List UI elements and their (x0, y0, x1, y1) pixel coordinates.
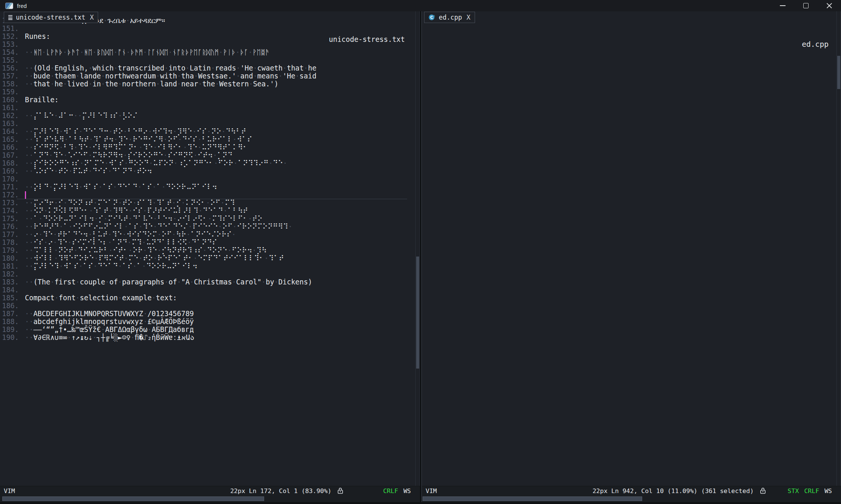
code-line[interactable]: 174.··⠪⠝·⠅⠝⠪⠇⠫⠛⠑⠂·⠱⠁⠞·⠹⠻⠑·⠊⠎·⠏⠜⠞⠊⠊⠥⠇⠜⠇⠹·… (0, 207, 415, 215)
code-text: ··abcdefghijklmnopqrstuvwxyz·£©µÀÆÖÞßéöÿ (25, 318, 194, 326)
tab-label: ed.cpp (439, 14, 462, 21)
code-line[interactable]: 183.··(The·first·couple·of·paragraphs·of… (0, 278, 415, 286)
vertical-scroll-thumb[interactable] (416, 257, 419, 369)
code-line[interactable]: 180.··⠺⠊⠇⠇·⠹⠻⠑⠋⠕⠗⠑·⠏⠻⠍⠊⠞·⠍⠑·⠞⠕·⠗⠑⠏⠑⠁⠞⠂·⠑… (0, 254, 415, 262)
code-line[interactable]: 188.··abcdefghijklmnopqrstuvwxyz·£©µÀÆÖÞ… (0, 318, 415, 326)
code-line[interactable]: 154.··ᚻᛖ·ᚳᚹᚫᚦ·ᚦᚫᛏ·ᚻᛖ·ᛒᚢᛞᛖ·ᚩᚾ·ᚦᚫᛗ·ᛚᚪᚾᛞᛖ·ᚾ… (0, 48, 415, 56)
minimize-icon (780, 5, 786, 6)
code-line[interactable]: 169.··⠡⠕⠎⠑·⠞⠕·⠏⠥⠞·⠙⠊⠎·⠙⠁⠝⠙·⠞⠕⠲ (0, 167, 415, 175)
code-line[interactable]: 166.··⠎⠊⠛⠝⠫·⠃⠹·⠹⠑·⠊⠇⠻⠛⠹⠍⠁⠝⠂·⠹⠑·⠊⠇⠻⠊⠂·⠹⠑·… (0, 143, 415, 151)
line-number: 178. (0, 238, 19, 246)
code-text: ··⠁⠝⠙·⠹⠑·⠡⠊⠑⠋·⠍⠳⠗⠝⠻⠲·⡎⠊⠗⠕⠕⠛⠑·⠎⠊⠛⠝⠫·⠊⠞⠲·⡁… (25, 151, 232, 159)
code-text: ··⡍⠜⠇⠑⠹·⠺⠁⠎·⠁⠎·⠙⠑⠁⠙·⠁⠎·⠁·⠙⠕⠕⠗⠤⠝⠁⠊⠇⠲ (25, 262, 197, 270)
line-number: 160. (0, 96, 19, 104)
code-line[interactable]: 173.··⡍⠔⠙⠖·⡊·⠙⠕⠝⠰⠞·⠍⠑⠁⠝·⠞⠕·⠎⠁⠹·⠹⠁⠞·⡊·⠅⠝⠪… (0, 199, 415, 207)
code-line[interactable]: 160.Braille: (0, 96, 415, 104)
status-mode: VIM (426, 487, 437, 495)
tab-unicode-stress-txt[interactable]: unicode-stress.txt X (4, 12, 98, 23)
tab-close-icon[interactable]: X (466, 14, 470, 21)
code-line[interactable]: 155. (0, 56, 415, 64)
lock-icon[interactable] (760, 487, 766, 494)
code-line[interactable]: 159. (0, 88, 415, 96)
code-line[interactable]: 165.··⠱⠁⠞⠑⠧⠻·⠁⠃⠳⠞·⠹⠁⠞⠲·⡹⠑·⠗⠑⠛⠊⠌⠻·⠕⠋·⠙⠊⠎·… (0, 135, 415, 143)
line-number: 154. (0, 48, 19, 56)
code-text: ··that·he·lived·in·the·northern·land·nea… (25, 80, 278, 88)
code-text: ··⠺⠊⠇⠇·⠹⠻⠑⠋⠕⠗⠑·⠏⠻⠍⠊⠞·⠍⠑·⠞⠕·⠗⠑⠏⠑⠁⠞⠂·⠑⠍⠏⠙⠁… (25, 254, 284, 262)
app-icon (5, 3, 13, 9)
horizontal-scrollbar[interactable] (0, 495, 420, 502)
vertical-scrollbar[interactable] (415, 11, 420, 486)
maximize-button[interactable] (794, 0, 818, 11)
line-number: 153. (0, 40, 19, 48)
line-number: 175. (0, 215, 19, 223)
code-text: ··–—‘“”„†•…‰™œŠŸž€·ΑΒΓΔΩαβγδω·АБВГДабвгд (25, 326, 194, 333)
code-text: Braille: (25, 96, 59, 104)
line-number: 173. (0, 199, 19, 207)
line-number: 171. (0, 183, 19, 191)
code-line[interactable]: 170. (0, 175, 415, 183)
code-line[interactable]: 177.··⠔·⠹⠑·⠞⠗⠁⠙⠑⠲·⡃⠥⠞·⠹⠑·⠺⠊⠎⠙⠕⠍·⠕⠋·⠳⠗·⠁⠝… (0, 230, 415, 238)
code-line[interactable]: 157.··bude·thaem·lande·northweardum·with… (0, 72, 415, 80)
code-line[interactable]: 167.··⠁⠝⠙·⠹⠑·⠡⠊⠑⠋·⠍⠳⠗⠝⠻⠲·⡎⠊⠗⠕⠕⠛⠑·⠎⠊⠛⠝⠫·⠊… (0, 151, 415, 159)
minimize-button[interactable] (771, 0, 794, 11)
code-text: Runes: (25, 32, 50, 40)
window-controls (771, 0, 841, 11)
code-text: ··⠱⠁⠞⠑⠧⠻·⠁⠃⠳⠞·⠹⠁⠞⠲·⡹⠑·⠗⠑⠛⠊⠌⠻·⠕⠋·⠙⠊⠎·⠃⠥⠗⠊… (25, 135, 252, 143)
vertical-scrollbar[interactable] (836, 11, 841, 486)
line-number: 177. (0, 230, 19, 238)
tab-label: unicode-stress.txt (16, 14, 85, 21)
editor-right[interactable]: ed.cpp (422, 11, 836, 486)
code-line[interactable]: 179.··⠩⠁⠇⠇·⠝⠕⠞·⠙⠊⠌⠥⠗⠃·⠊⠞⠂·⠕⠗·⠹⠑·⡊⠳⠝⠞⠗⠹⠰⠎… (0, 246, 415, 254)
vertical-scroll-thumb[interactable] (837, 56, 840, 89)
line-number: 174. (0, 207, 19, 215)
code-line[interactable]: 176.··⠗⠑⠛⠜⠙·⠁·⠊⠕⠋⠋⠔⠤⠝⠁⠊⠇·⠁⠎·⠹⠑·⠙⠑⠁⠙⠑⠌·⠏⠊… (0, 223, 415, 230)
line-number: 188. (0, 318, 19, 326)
horizontal-scroll-thumb[interactable] (423, 496, 642, 501)
code-line[interactable]: 182. (0, 270, 415, 278)
horizontal-scrollbar[interactable] (422, 495, 841, 502)
code-line[interactable]: 168.··⡎⠊⠗⠕⠕⠛⠑⠰⠎·⠝⠁⠍⠑·⠺⠁⠎·⠛⠕⠕⠙·⠥⠏⠕⠝·⠰⡡⠁⠝⠛… (0, 159, 415, 167)
code-line[interactable]: 187.··ABCDEFGHIJKLMNOPQRSTUVWXYZ·/012345… (0, 310, 415, 318)
line-number: 162. (0, 112, 19, 120)
code-line[interactable]: 186. (0, 302, 415, 310)
statusbar-left: VIM 22px Ln 172, Col 1 (83.90%) CRLF WS (0, 486, 420, 495)
code-line[interactable]: 184. (0, 286, 415, 294)
code-line[interactable]: 185.Compact·font·selection·example·text: (0, 294, 415, 302)
line-number: 180. (0, 254, 19, 262)
code-text: ··bude·thaem·lande·northweardum·with·tha… (25, 72, 317, 80)
tab-close-icon[interactable]: X (90, 14, 94, 21)
line-number: 164. (0, 128, 19, 135)
code-line[interactable]: 178.··⠊⠎·⠔·⠹⠑·⠎⠊⠍⠊⠇⠑⠆·⠁⠝⠙·⠍⠹·⠥⠝⠙⠁⠇⠇⠪⠫·⠙⠁… (0, 238, 415, 246)
tab-ed-cpp[interactable]: C+ ed.cpp X (424, 12, 475, 23)
code-text: ··⠩⠁⠇⠇·⠝⠕⠞·⠙⠊⠌⠥⠗⠃·⠊⠞⠂·⠕⠗·⠹⠑·⡊⠳⠝⠞⠗⠹⠰⠎·⠙⠕⠝… (25, 246, 267, 254)
line-number: 151. (0, 25, 19, 32)
code-line[interactable]: 158.··that·he·lived·in·the·northern·land… (0, 80, 415, 88)
code-line[interactable]: 156.··(Old·English,·which·transcribed·in… (0, 64, 415, 72)
line-number: 176. (0, 223, 19, 230)
horizontal-scroll-thumb[interactable] (2, 496, 264, 501)
code-line[interactable]: 171.··⡕⠇⠙·⡍⠜⠇⠑⠹·⠺⠁⠎·⠁⠎·⠙⠑⠁⠙·⠁⠎·⠁·⠙⠕⠕⠗⠤⠝⠁… (0, 183, 415, 191)
line-number: 187. (0, 310, 19, 318)
code-line[interactable]: 151. (0, 25, 415, 32)
code-text: ··⠎⠊⠛⠝⠫·⠃⠹·⠹⠑·⠊⠇⠻⠛⠹⠍⠁⠝⠂·⠹⠑·⠊⠇⠻⠊⠂·⠹⠑·⠥⠝⠙⠻… (25, 143, 248, 151)
editor-left[interactable]: 150.··ሰው·እንደቤቱ·እንጅ·እንደ·ጉረቤቱ·አይተዳደርም።151.… (0, 11, 415, 486)
code-line[interactable]: 164.··⡍⠜⠇⠑⠹·⠺⠁⠎·⠙⠑⠁⠙⠒·⠞⠕·⠃⠑⠛⠔·⠺⠊⠹⠲·⡹⠻⠑·⠊… (0, 128, 415, 135)
code-text: ··(Old·English,·which·transcribed·into·L… (25, 64, 317, 72)
code-line[interactable]: 190.··∀∂∈ℝ∧∪≡∞·↑↗↨↻⇣·┐┼╔╘░►☺♀·ﬁ�⑀₂ἠḂӥẄɐː… (0, 333, 415, 341)
code-text: ··⠗⠑⠛⠜⠙·⠁·⠊⠕⠋⠋⠔⠤⠝⠁⠊⠇·⠁⠎·⠹⠑·⠙⠑⠁⠙⠑⠌·⠏⠊⠑⠊⠑·… (25, 223, 292, 230)
code-line[interactable]: 175.··⠁·⠙⠕⠕⠗⠤⠝⠁⠊⠇⠲·⡊·⠍⠊⠣⠞·⠙⠁⠧⠑·⠃⠑⠲·⠔⠊⠇⠔⠫… (0, 215, 415, 223)
line-number: 170. (0, 175, 19, 183)
code-text: ··⡌⠁⠧⠑·⠼⠁⠒··⡍⠜⠇⠑⠹⠰⠎·⡣⠕⠌ (25, 112, 138, 120)
cpp-file-icon: C+ (429, 14, 435, 21)
code-text: ··⡎⠊⠗⠕⠕⠛⠑⠰⠎·⠝⠁⠍⠑·⠺⠁⠎·⠛⠕⠕⠙·⠥⠏⠕⠝·⠰⡡⠁⠝⠛⠑⠂·⠋… (25, 159, 287, 167)
code-line[interactable]: 161. (0, 104, 415, 112)
code-text: ··⠡⠕⠎⠑·⠞⠕·⠏⠥⠞·⠙⠊⠎·⠙⠁⠝⠙·⠞⠕⠲ (25, 167, 152, 175)
code-line[interactable]: 162.··⡌⠁⠧⠑·⠼⠁⠒··⡍⠜⠇⠑⠹⠰⠎·⡣⠕⠌ (0, 112, 415, 120)
code-line[interactable]: 163. (0, 120, 415, 128)
code-line[interactable]: 189.··–—‘“”„†•…‰™œŠŸž€·ΑΒΓΔΩαβγδω·АБВГДа… (0, 326, 415, 333)
close-button[interactable] (818, 0, 841, 11)
lock-icon[interactable] (337, 487, 343, 494)
status-eol: CRLF (804, 487, 819, 495)
code-line[interactable]: 181.··⡍⠜⠇⠑⠹·⠺⠁⠎·⠁⠎·⠙⠑⠁⠙·⠁⠎·⠁·⠙⠕⠕⠗⠤⠝⠁⠊⠇⠲ (0, 262, 415, 270)
code-line[interactable]: 172. (0, 191, 415, 199)
